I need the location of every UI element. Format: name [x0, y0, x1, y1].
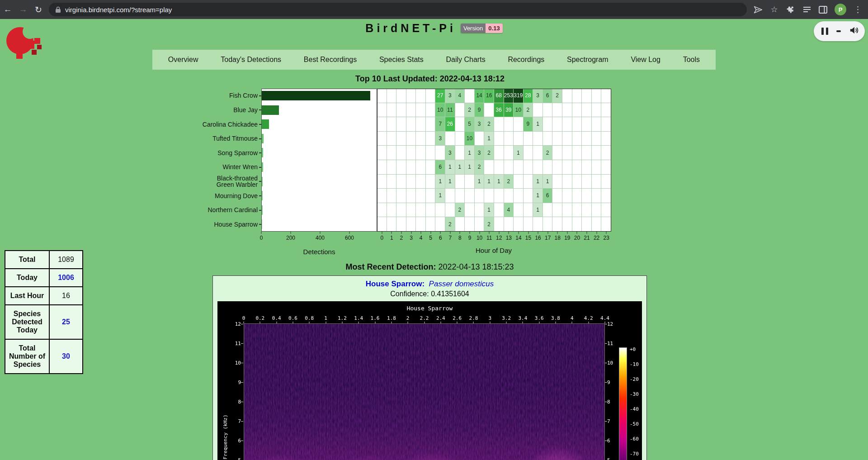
spec-time-tick: 1.2: [338, 315, 347, 321]
hour-tick-mark: [557, 232, 558, 234]
y-tick: [258, 203, 261, 218]
url-text: virginia.birdnetpi.com/?stream=play: [65, 6, 172, 14]
heatmap-cell: 2: [475, 160, 485, 175]
heatmap-cell: 1: [533, 117, 543, 132]
heatmap-cell: [562, 117, 572, 132]
spec-freq-mark-right: [605, 382, 607, 383]
birdnetpi-page: BirdNET-Pi Version 0.13 OverviewToday's …: [0, 19, 868, 460]
detection-bar: [261, 191, 263, 200]
nav-item-tools[interactable]: Tools: [679, 56, 704, 64]
hour-tick-mark: [440, 232, 441, 234]
back-icon[interactable]: ←: [0, 5, 15, 14]
spec-freq-tick-left: 7: [221, 418, 241, 424]
heatmap-cell: [416, 103, 426, 118]
hour-tick-mark: [538, 232, 538, 234]
reading-list-icon[interactable]: [802, 5, 811, 14]
detection-bar: [261, 177, 263, 186]
spec-time-mark: [391, 322, 392, 323]
heatmap-cell: 1: [435, 175, 445, 189]
profile-avatar[interactable]: P: [835, 4, 846, 15]
x-tick-mark: [349, 232, 350, 234]
forward-icon[interactable]: →: [15, 5, 31, 14]
heatmap-cell: [562, 217, 572, 232]
nav-item-best-recordings[interactable]: Best Recordings: [299, 56, 361, 64]
stats-link-total-number-of-species[interactable]: 30: [49, 339, 83, 374]
x-tick-mark: [291, 232, 291, 234]
heatmap-cell: 26: [445, 117, 455, 132]
species-label: Blue Jay: [199, 103, 258, 118]
spec-time-tick: 0.2: [255, 315, 264, 321]
nav-item-overview[interactable]: Overview: [164, 56, 203, 64]
spec-time-mark: [490, 322, 490, 323]
heatmap-cell: 9: [475, 103, 485, 118]
chart-row-house-sparrow: House Sparrow22: [199, 217, 611, 232]
hour-tick-mark: [411, 232, 411, 234]
heatmap-cell: 4: [455, 89, 465, 103]
y-tick: [258, 146, 261, 160]
chart-row-black-throated-green-warbler: Black-throated Green Warbler11111211: [199, 175, 611, 189]
nav-item-view-log[interactable]: View Log: [626, 56, 665, 64]
spec-time-tick: 1.6: [371, 315, 380, 321]
heatmap-cell: [543, 217, 553, 232]
heatmap-cell: [601, 217, 611, 232]
heatmap-cell: 28: [524, 89, 533, 103]
heatmap-cell: 1: [494, 175, 504, 189]
nav-item-daily-charts[interactable]: Daily Charts: [442, 56, 490, 64]
heatmap-cell: 1: [465, 160, 475, 175]
bar-track: [261, 132, 377, 146]
heatmap-cell: [416, 89, 426, 103]
heatmap-cell: [416, 189, 426, 203]
stats-link-species-detected-today[interactable]: 25: [49, 305, 83, 339]
heatmap-cell: [426, 160, 436, 175]
heatmap-cell: 1: [514, 146, 524, 160]
page-title: BirdNET-Pi: [365, 22, 456, 35]
heatmap-cell: 68: [494, 89, 504, 103]
side-panel-icon[interactable]: [818, 5, 828, 14]
heatmap-cell: [416, 117, 426, 132]
nav-item-recordings[interactable]: Recordings: [503, 56, 549, 64]
heatmap-cell: [387, 203, 397, 218]
menu-kebab-icon[interactable]: ⋮: [853, 5, 863, 14]
heatmap-cell: [562, 103, 572, 118]
species-name[interactable]: House Sparrow:: [366, 280, 425, 288]
stats-link-today[interactable]: 1006: [49, 269, 83, 287]
heatmap-cell: [494, 132, 504, 146]
detection-bar: [261, 91, 370, 100]
species-label: Northern Cardinal: [199, 203, 258, 218]
heatmap-cell: [377, 103, 387, 118]
spec-freq-mark-right: [605, 441, 607, 441]
stats-label: Last Hour: [5, 287, 49, 305]
heatmap-cell: [406, 175, 416, 189]
spec-time-mark: [408, 322, 408, 323]
spec-time-mark: [359, 322, 359, 323]
nav-item-today-s-detections[interactable]: Today's Detections: [216, 56, 286, 64]
hour-tick-mark: [509, 232, 509, 234]
heatmap-cell: 1: [435, 189, 445, 203]
heatmap-row: 313212: [377, 146, 611, 160]
heatmap-cell: 2: [552, 89, 562, 103]
stats-label: Today: [5, 269, 49, 287]
heatmap-cell: [543, 117, 553, 132]
heatmap-cell: [504, 217, 514, 232]
spec-freq-tick-right: 8: [607, 399, 625, 405]
reload-icon[interactable]: ↻: [31, 5, 46, 15]
heatmap-cell: 3: [435, 132, 445, 146]
heatmap-cell: [533, 217, 543, 232]
hour-tick-label: 1: [390, 235, 393, 241]
spec-time-mark: [309, 322, 310, 323]
nav-item-spectrogram[interactable]: Spectrogram: [562, 56, 613, 64]
lock-icon: [55, 6, 61, 13]
address-bar[interactable]: virginia.birdnetpi.com/?stream=play: [49, 3, 747, 16]
heatmap-cell: 1: [484, 132, 494, 146]
nav-item-species-stats[interactable]: Species Stats: [375, 56, 428, 64]
species-label: Carolina Chickadee: [199, 117, 258, 132]
heatmap-cell: [406, 189, 416, 203]
scientific-name[interactable]: Passer domesticus: [429, 280, 494, 288]
extensions-icon[interactable]: [786, 5, 795, 14]
chart-row-song-sparrow: Song Sparrow313212: [199, 146, 611, 160]
bookmark-star-icon[interactable]: ☆: [769, 5, 779, 14]
share-icon[interactable]: [753, 5, 763, 14]
spec-freq-tick-left: 8: [221, 399, 241, 405]
heatmap-cell: 14: [475, 89, 485, 103]
spec-freq-mark-left: [241, 402, 243, 402]
